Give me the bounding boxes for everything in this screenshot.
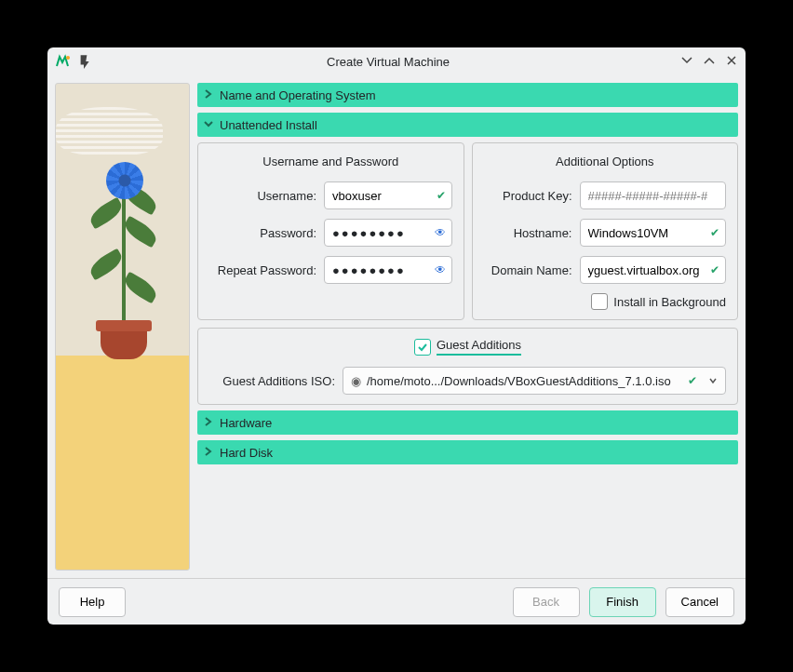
section-name-os-label: Name and Operating System (220, 88, 376, 102)
guest-additions-checkbox[interactable] (414, 339, 431, 356)
product-key-field[interactable] (588, 189, 719, 203)
password-label: Password: (209, 226, 316, 240)
section-unattended-label: Unattended Install (220, 118, 317, 132)
chevron-right-icon (203, 446, 214, 460)
cancel-button[interactable]: Cancel (665, 587, 734, 617)
button-bar: Help Back Finish Cancel (47, 578, 746, 625)
hostname-field[interactable] (588, 226, 719, 240)
chevron-right-icon (203, 88, 214, 102)
hostname-input[interactable]: ✔ (580, 219, 727, 247)
password-input[interactable]: ●●●●●●●● 👁 (324, 219, 452, 247)
close-icon[interactable] (725, 54, 738, 70)
wizard-illustration (55, 83, 190, 571)
help-button[interactable]: Help (59, 587, 126, 617)
dialog-body: Name and Operating System Unattended Ins… (47, 75, 746, 578)
install-in-background-checkbox[interactable] (591, 293, 608, 310)
domain-name-label: Domain Name: (484, 263, 572, 277)
username-label: Username: (209, 189, 316, 203)
username-field[interactable] (332, 189, 444, 203)
product-key-label: Product Key: (484, 189, 572, 203)
chevron-down-icon (708, 374, 718, 388)
finish-button[interactable]: Finish (589, 587, 656, 617)
section-name-os[interactable]: Name and Operating System (197, 83, 738, 107)
install-in-background-label: Install in Background (613, 295, 726, 309)
section-unattended[interactable]: Unattended Install (197, 113, 738, 137)
check-icon: ✔ (437, 189, 446, 202)
domain-name-input[interactable]: ✔ (580, 256, 727, 284)
repeat-password-input[interactable]: ●●●●●●●● 👁 (324, 256, 452, 284)
chevron-right-icon (203, 416, 214, 430)
svg-point-0 (66, 56, 70, 60)
group-username-password: Username and Password Username: ✔ Passwo… (197, 142, 464, 320)
password-field[interactable]: ●●●●●●●● (332, 226, 406, 240)
check-icon: ✔ (710, 226, 719, 239)
group-guest-additions: Guest Additions Guest Additions ISO: ◉ /… (197, 328, 738, 405)
guest-additions-label: Guest Additions (437, 338, 521, 356)
guest-additions-iso-value: /home/moto.../Downloads/VBoxGuestAdditio… (367, 374, 682, 388)
dialog-window: Create Virtual Machine (47, 47, 746, 625)
minimize-icon[interactable] (680, 54, 693, 70)
section-hardware-label: Hardware (220, 416, 272, 430)
hostname-label: Hostname: (484, 226, 572, 240)
titlebar: Create Virtual Machine (47, 47, 746, 75)
check-icon: ✔ (710, 263, 719, 276)
section-hard-disk[interactable]: Hard Disk (197, 440, 738, 464)
wizard-content: Name and Operating System Unattended Ins… (197, 83, 738, 571)
guest-additions-iso-combobox[interactable]: ◉ /home/moto.../Downloads/VBoxGuestAddit… (343, 367, 726, 395)
maximize-icon[interactable] (703, 54, 716, 70)
vbox-app-icon (55, 53, 72, 70)
pin-icon[interactable] (75, 53, 92, 70)
back-button: Back (513, 587, 580, 617)
chevron-down-icon (203, 118, 214, 132)
repeat-password-field[interactable]: ●●●●●●●● (332, 263, 406, 277)
unattended-panel: Username and Password Username: ✔ Passwo… (197, 142, 738, 405)
domain-name-field[interactable] (588, 263, 719, 277)
group-username-password-title: Username and Password (209, 155, 452, 168)
section-hardware[interactable]: Hardware (197, 410, 738, 435)
group-additional-options: Additional Options Product Key: Hostname… (472, 142, 739, 320)
check-icon: ✔ (688, 374, 697, 387)
section-hard-disk-label: Hard Disk (220, 446, 273, 460)
disc-icon: ◉ (351, 374, 361, 388)
username-input[interactable]: ✔ (324, 181, 452, 209)
product-key-input[interactable] (580, 181, 727, 209)
eye-icon[interactable]: 👁 (435, 263, 446, 276)
eye-icon[interactable]: 👁 (435, 226, 446, 239)
window-title: Create Virtual Machine (96, 55, 680, 69)
repeat-password-label: Repeat Password: (209, 263, 316, 277)
guest-additions-iso-label: Guest Additions ISO: (209, 374, 335, 388)
group-additional-options-title: Additional Options (484, 155, 727, 168)
